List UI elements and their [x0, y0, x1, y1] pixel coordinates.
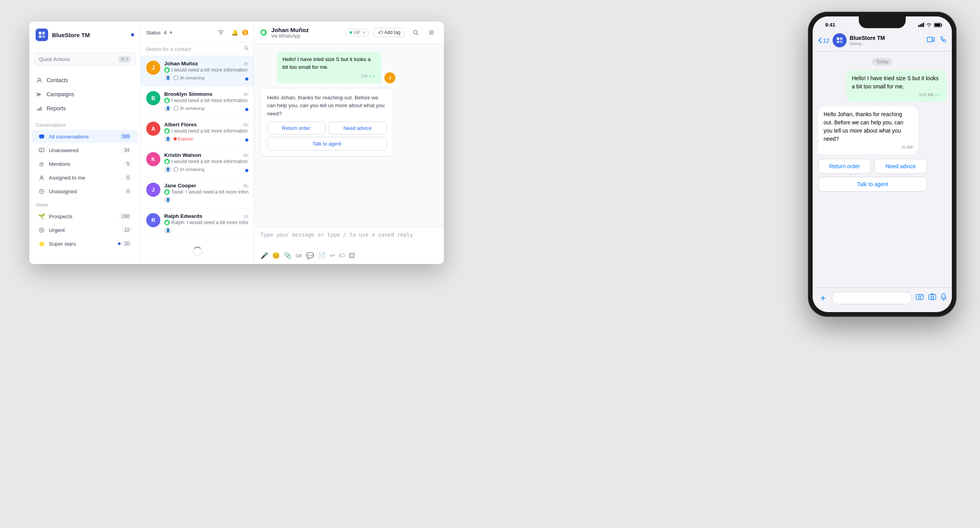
- expired-dot: [174, 137, 177, 140]
- conv-item-top: Albert Flores 6h: [164, 122, 248, 128]
- sidebar-item-all-conversations[interactable]: All conversations 389: [32, 130, 138, 143]
- conv-list-item[interactable]: K Kristin Watson 6h I would need a bit m…: [141, 147, 254, 178]
- image-icon[interactable]: 🖼: [349, 252, 355, 259]
- search-input[interactable]: [145, 46, 241, 52]
- filter-icon[interactable]: [215, 27, 226, 38]
- sidebar-item-prospects[interactable]: 🌱 Prospects 190: [32, 210, 138, 223]
- add-tag-button[interactable]: 🏷 Add tag: [374, 28, 405, 37]
- avatar: J: [146, 183, 160, 197]
- reply-icon[interactable]: ↩: [330, 252, 335, 259]
- iphone-phone-icon[interactable]: [940, 36, 946, 45]
- vip-badge[interactable]: VIP ✕: [346, 29, 369, 36]
- svg-rect-5: [37, 109, 38, 111]
- svg-rect-34: [942, 294, 945, 298]
- vip-close-icon[interactable]: ✕: [362, 30, 366, 35]
- iphone-video-icon[interactable]: [927, 36, 935, 45]
- iphone-container: 9:41: [808, 12, 957, 317]
- svg-rect-26: [836, 41, 839, 43]
- iphone-talk-to-agent-button[interactable]: Talk to agent: [818, 177, 927, 192]
- all-conversations-label: All conversations: [49, 134, 115, 140]
- agent-avatar: 👤: [164, 166, 171, 173]
- attachment-icon[interactable]: 📎: [284, 252, 292, 259]
- conv-preview: I would need a bit more information if t…: [164, 128, 248, 134]
- sidebar-item-assigned-to-me[interactable]: Assigned to me 0: [32, 171, 138, 184]
- message-bubble-sent: Hello! I have tried size S but it looks …: [277, 52, 381, 83]
- conv-list-item[interactable]: J Jane Cooper 8h Tarek: I would need a b…: [141, 178, 254, 208]
- sidebar-item-urgent[interactable]: Urgent 12: [32, 223, 138, 237]
- timer-badge: 3h remaining: [174, 106, 205, 111]
- message-input[interactable]: [260, 232, 438, 247]
- iphone-sent-wrapper: Hello! I have tried size S but it looks …: [818, 70, 946, 102]
- need-advice-button[interactable]: Need advice: [328, 122, 387, 135]
- campaigns-icon: [36, 91, 43, 98]
- sidebar-item-superstars[interactable]: ⭐ Super stars 30: [32, 237, 138, 250]
- unassigned-badge: 0: [124, 188, 132, 194]
- sidebar-item-reports[interactable]: Reports: [29, 101, 140, 115]
- template-icon[interactable]: 💬: [306, 252, 314, 259]
- chat-messages: Hello! I have tried size S but it looks …: [254, 44, 444, 226]
- conv-list-item[interactable]: A Albert Flores 6h I would need a bit mo…: [141, 117, 254, 147]
- iphone-input-bar: +: [813, 287, 952, 312]
- status-count: 4: [164, 30, 167, 36]
- superstars-icon: ⭐: [38, 240, 45, 247]
- conv-preview: I would need a bit more information if t…: [164, 98, 248, 103]
- microphone-icon[interactable]: 🎤: [260, 252, 268, 259]
- unread-dot: [245, 138, 248, 142]
- sidebar-item-unanswered[interactable]: Unanswered 34: [32, 144, 138, 157]
- bell-icon[interactable]: 🔔: [230, 27, 241, 38]
- conv-time: 6h: [244, 153, 248, 158]
- conv-list-item[interactable]: J Johan Muñoz 2h I would need a bit more…: [141, 56, 254, 86]
- conversation-list-panel: Status 4 ▾ 🔔 5 J: [141, 22, 254, 264]
- avatar: B: [146, 91, 160, 105]
- svg-rect-20: [429, 32, 434, 33]
- emoji-icon[interactable]: 😊: [272, 252, 280, 259]
- more-options-icon[interactable]: [425, 26, 438, 39]
- conv-list-item[interactable]: B Brooklyn Simmons 5h I would need a bit…: [141, 86, 254, 117]
- quick-actions-button[interactable]: Quick Actions ⌘ K: [34, 52, 136, 66]
- bot-message-text: Hello Johan, thanks for reaching out. Be…: [267, 94, 387, 118]
- add-tag-label: Add tag: [384, 30, 400, 35]
- sender-avatar: J: [384, 72, 395, 83]
- iphone-message-input[interactable]: [832, 292, 912, 304]
- iphone-add-button[interactable]: +: [818, 292, 828, 304]
- sidebar-item-campaigns[interactable]: Campaigns: [29, 87, 140, 101]
- all-conversations-badge: 389: [119, 133, 132, 140]
- iphone-return-order-button[interactable]: Return order: [818, 159, 871, 174]
- iphone-camera-icon[interactable]: [928, 293, 936, 303]
- iphone-time: 9:41: [822, 22, 835, 28]
- conv-list-item[interactable]: R Ralph Edwards 1d Ralph: I would need a…: [141, 208, 254, 239]
- return-order-button[interactable]: Return order: [267, 122, 325, 135]
- iphone-back-button[interactable]: 12: [818, 37, 829, 44]
- iphone-received-time: 41 AM: [824, 144, 913, 150]
- conv-preview: I would need a bit more information if t…: [164, 159, 248, 164]
- iphone-microphone-icon[interactable]: [941, 293, 946, 303]
- search-chat-icon[interactable]: [409, 26, 422, 39]
- iphone-status-right: [918, 23, 942, 27]
- wifi-icon: [926, 23, 932, 27]
- unanswered-badge: 34: [122, 147, 132, 153]
- iphone-sent-text: Hello! I have tried size S but it looks …: [852, 75, 939, 90]
- chevron-down-icon[interactable]: ▾: [170, 30, 172, 35]
- iphone-need-advice-button[interactable]: Need advice: [874, 159, 927, 174]
- sidebar-item-mentions[interactable]: @ Mentions 5: [32, 157, 138, 171]
- prospects-icon: 🌱: [38, 213, 45, 220]
- sidebar-item-contacts[interactable]: Contacts: [29, 73, 140, 87]
- iphone-contact-info: BlueStore TM typing...: [850, 35, 924, 46]
- talk-to-agent-button[interactable]: Talk to agent: [267, 137, 387, 151]
- sidebar-item-unassigned[interactable]: Unassigned 0: [32, 185, 138, 198]
- conv-footer: 👤 3h remaining: [164, 105, 248, 112]
- status-label: Status: [146, 30, 161, 36]
- svg-point-17: [244, 46, 248, 49]
- agent-avatar: 👤: [164, 74, 171, 81]
- gif-icon[interactable]: GIF: [296, 252, 302, 259]
- iphone-input-icons: [916, 293, 946, 303]
- file-icon[interactable]: 📄: [318, 252, 326, 259]
- svg-rect-0: [39, 32, 41, 34]
- tag-icon: 🏷: [378, 30, 383, 35]
- unread-dot: [245, 108, 248, 111]
- campaigns-label: Campaigns: [47, 91, 74, 97]
- iphone-camera-sticker-icon[interactable]: [916, 293, 924, 303]
- agent-avatar: 👤: [164, 196, 171, 203]
- label-icon[interactable]: 🏷: [339, 252, 345, 259]
- conv-item-top: Jane Cooper 8h: [164, 183, 248, 189]
